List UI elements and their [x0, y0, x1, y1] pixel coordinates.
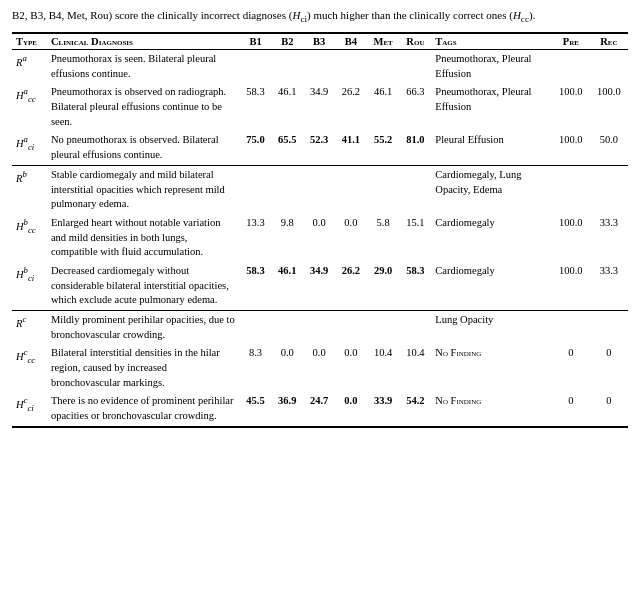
cell-b4: 0.0 — [335, 344, 367, 392]
table-row: HcccBilateral interstitial densities in … — [12, 344, 628, 392]
cell-b4: 26.2 — [335, 83, 367, 131]
cell-tags: Lung Opacity — [431, 311, 551, 345]
col-type: Type — [12, 33, 47, 50]
cell-b4: 41.1 — [335, 131, 367, 165]
cell-pre — [552, 165, 590, 214]
cell-b3: 24.7 — [303, 392, 335, 426]
cell-met: 46.1 — [367, 83, 400, 131]
col-rec: Rec — [590, 33, 628, 50]
cell-rec — [590, 165, 628, 214]
col-pre: Pre — [552, 33, 590, 50]
cell-type: Rc — [12, 311, 47, 345]
cell-b2: 46.1 — [271, 83, 303, 131]
cell-type: Hbcc — [12, 214, 47, 262]
cell-diagnosis: Stable cardiomegaly and mild bilateral i… — [47, 165, 240, 214]
cell-pre: 0 — [552, 392, 590, 426]
col-b3: B3 — [303, 33, 335, 50]
cell-b3: 34.9 — [303, 262, 335, 311]
cell-rou: 54.2 — [400, 392, 432, 426]
cell-rec: 33.3 — [590, 214, 628, 262]
cell-rec — [590, 311, 628, 345]
cell-b1 — [240, 165, 272, 214]
cell-diagnosis: There is no evidence of prominent perihi… — [47, 392, 240, 426]
cell-tags: No Finding — [431, 392, 551, 426]
cell-diagnosis: Decreased cardiomegaly without considera… — [47, 262, 240, 311]
table-row: HbccEnlarged heart without notable varia… — [12, 214, 628, 262]
col-b4: B4 — [335, 33, 367, 50]
cell-b3: 0.0 — [303, 214, 335, 262]
table-row: HcciThere is no evidence of prominent pe… — [12, 392, 628, 426]
cell-diagnosis: Mildly prominent perihilar opacities, du… — [47, 311, 240, 345]
cell-pre: 0 — [552, 344, 590, 392]
cell-b4 — [335, 50, 367, 84]
cell-b4: 26.2 — [335, 262, 367, 311]
table-row: HaciNo pneumothorax is observed. Bilater… — [12, 131, 628, 165]
table-row: HbciDecreased cardiomegaly without consi… — [12, 262, 628, 311]
cell-pre: 100.0 — [552, 83, 590, 131]
cell-b3: 52.3 — [303, 131, 335, 165]
cell-tags: Cardiomegaly, Lung Opacity, Edema — [431, 165, 551, 214]
cell-met: 10.4 — [367, 344, 400, 392]
cell-type: Rb — [12, 165, 47, 214]
cell-tags: Pneumothorax, Pleural Effusion — [431, 83, 551, 131]
table-row: RaPneumothorax is seen. Bilateral pleura… — [12, 50, 628, 84]
cell-rou: 15.1 — [400, 214, 432, 262]
cell-pre — [552, 50, 590, 84]
cell-b2 — [271, 165, 303, 214]
results-table: Type Clinical Diagnosis B1 B2 B3 B4 Met … — [12, 32, 628, 428]
col-met: Met — [367, 33, 400, 50]
cell-pre: 100.0 — [552, 214, 590, 262]
cell-met: 55.2 — [367, 131, 400, 165]
cell-type: Ra — [12, 50, 47, 84]
cell-b2: 9.8 — [271, 214, 303, 262]
cell-met — [367, 50, 400, 84]
cell-b2 — [271, 311, 303, 345]
cell-rec: 0 — [590, 344, 628, 392]
table-row: HaccPneumothorax is observed on radiogra… — [12, 83, 628, 131]
cell-b2 — [271, 50, 303, 84]
cell-rou — [400, 165, 432, 214]
cell-tags: Cardiomegaly — [431, 262, 551, 311]
table-row: RcMildly prominent perihilar opacities, … — [12, 311, 628, 345]
cell-rec: 0 — [590, 392, 628, 426]
cell-rou: 81.0 — [400, 131, 432, 165]
col-b2: B2 — [271, 33, 303, 50]
cell-diagnosis: Bilateral interstitial densities in the … — [47, 344, 240, 392]
table-row: RbStable cardiomegaly and mild bilateral… — [12, 165, 628, 214]
cell-rec: 33.3 — [590, 262, 628, 311]
cell-rou: 10.4 — [400, 344, 432, 392]
table-header-row: Type Clinical Diagnosis B1 B2 B3 B4 Met … — [12, 33, 628, 50]
cell-type: Hbci — [12, 262, 47, 311]
cell-rou: 66.3 — [400, 83, 432, 131]
col-diagnosis: Clinical Diagnosis — [47, 33, 240, 50]
cell-diagnosis: Pneumothorax is observed on radiograph. … — [47, 83, 240, 131]
cell-rec — [590, 50, 628, 84]
cell-b1: 13.3 — [240, 214, 272, 262]
cell-b2: 65.5 — [271, 131, 303, 165]
cell-b3 — [303, 165, 335, 214]
cell-b3: 0.0 — [303, 344, 335, 392]
cell-rou — [400, 50, 432, 84]
cell-b4: 0.0 — [335, 214, 367, 262]
cell-diagnosis: Pneumothorax is seen. Bilateral pleural … — [47, 50, 240, 84]
cell-pre — [552, 311, 590, 345]
cell-b1: 75.0 — [240, 131, 272, 165]
cell-diagnosis: Enlarged heart without notable variation… — [47, 214, 240, 262]
cell-b1: 8.3 — [240, 344, 272, 392]
cell-pre: 100.0 — [552, 131, 590, 165]
col-tags: Tags — [431, 33, 551, 50]
cell-b1: 58.3 — [240, 83, 272, 131]
cell-type: Hacc — [12, 83, 47, 131]
cell-rec: 50.0 — [590, 131, 628, 165]
cell-met: 33.9 — [367, 392, 400, 426]
cell-tags: No Finding — [431, 344, 551, 392]
cell-b2: 0.0 — [271, 344, 303, 392]
cell-diagnosis: No pneumothorax is observed. Bilateral p… — [47, 131, 240, 165]
cell-b1 — [240, 311, 272, 345]
cell-met: 29.0 — [367, 262, 400, 311]
cell-rec: 100.0 — [590, 83, 628, 131]
cell-rou: 58.3 — [400, 262, 432, 311]
cell-tags: Cardiomegaly — [431, 214, 551, 262]
cell-b3 — [303, 50, 335, 84]
cell-b2: 36.9 — [271, 392, 303, 426]
